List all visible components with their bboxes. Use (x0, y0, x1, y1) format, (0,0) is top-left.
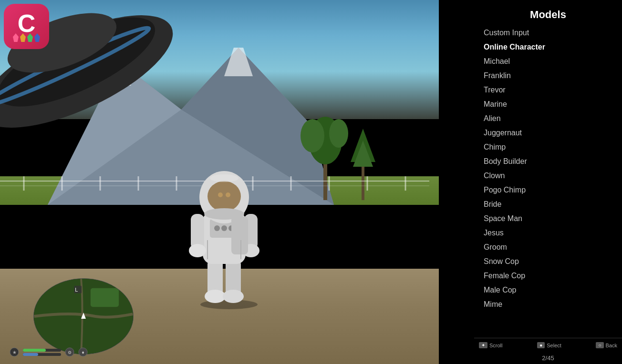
svg-point-45 (226, 192, 230, 197)
back-key: ○ (596, 342, 603, 348)
menu-item-body-builder[interactable]: Body Builder (474, 154, 622, 169)
armor-bar-bg (23, 353, 61, 356)
svg-text:⚙: ⚙ (68, 350, 72, 355)
minimap-inner: L (34, 279, 133, 354)
svg-point-44 (218, 192, 223, 197)
logo: C (4, 4, 49, 49)
health-bar-fill (23, 349, 46, 352)
models-title: Models (474, 0, 622, 26)
menu-item-michael[interactable]: Michael (474, 54, 622, 69)
game-screen: C L (0, 0, 622, 364)
scroll-control: ✦ Scroll (479, 342, 503, 348)
menu-item-space-man[interactable]: Space Man (474, 212, 622, 226)
crystal-1 (13, 33, 19, 42)
menu-item-marine[interactable]: Marine (474, 97, 622, 111)
menu-item-female-cop[interactable]: Female Cop (474, 269, 622, 283)
svg-rect-48 (231, 216, 248, 254)
svg-point-36 (221, 225, 227, 231)
menu-item-alien[interactable]: Alien (474, 111, 622, 126)
menu-item-chimp[interactable]: Chimp (474, 140, 622, 154)
back-control: ○ Back (596, 342, 617, 348)
menu-item-jesus[interactable]: Jesus (474, 226, 622, 240)
logo-letter: C (18, 11, 36, 36)
models-list: Custom InputOnline CharacterMichaelFrank… (474, 26, 622, 338)
back-label: Back (606, 343, 617, 348)
hud-bars (23, 349, 61, 356)
scroll-key: ✦ (479, 342, 487, 348)
armor-bar-fill (23, 353, 38, 356)
select-control: ● Select (537, 342, 561, 348)
minimap: L (33, 278, 134, 354)
menu-item-bride[interactable]: Bride (474, 197, 622, 212)
hud-bottom: ★ ⚙ ♦ (10, 347, 88, 357)
menu-item-pogo-chimp[interactable]: Pogo Chimp (474, 183, 622, 197)
hud-icon-1: ★ (10, 347, 19, 357)
footer-bar: ✦ Scroll ● Select ○ Back (474, 338, 622, 352)
menu-item-male-cop[interactable]: Male Cop (474, 283, 622, 297)
menu-item-groom[interactable]: Groom (474, 240, 622, 254)
select-key: ● (537, 342, 545, 348)
hud-icon-3: ♦ (78, 347, 88, 357)
menu-item-juggernaut[interactable]: Juggernaut (474, 126, 622, 140)
menu-item-mime[interactable]: Mime (474, 297, 622, 312)
crystal-3 (27, 33, 33, 42)
svg-point-46 (210, 174, 238, 182)
svg-point-31 (205, 290, 226, 303)
health-bar-bg (23, 349, 61, 352)
svg-rect-52 (91, 288, 119, 307)
svg-point-35 (214, 225, 220, 231)
select-label: Select (547, 343, 561, 348)
svg-text:L: L (75, 287, 78, 293)
crystal-2 (20, 33, 26, 42)
scroll-label: Scroll (489, 343, 503, 348)
character-astronaut (181, 145, 267, 307)
svg-point-11 (301, 119, 324, 152)
svg-point-12 (329, 119, 348, 148)
svg-point-32 (223, 290, 244, 303)
models-panel: Models Custom InputOnline CharacterMicha… (474, 0, 622, 364)
menu-item-trevor[interactable]: Trevor (474, 83, 622, 97)
menu-item-clown[interactable]: Clown (474, 169, 622, 183)
menu-item-online-character[interactable]: Online Character (474, 40, 622, 54)
menu-item-franklin[interactable]: Franklin (474, 69, 622, 83)
svg-text:★: ★ (12, 350, 17, 355)
crystal-4 (34, 33, 40, 42)
page-number: 2/45 (474, 352, 622, 364)
menu-item-custom-input[interactable]: Custom Input (474, 26, 622, 40)
svg-point-40 (189, 244, 206, 257)
hud-icon-2: ⚙ (65, 347, 74, 357)
menu-item-snow-cop[interactable]: Snow Cop (474, 254, 622, 269)
svg-point-43 (207, 181, 241, 212)
svg-text:♦: ♦ (82, 350, 84, 355)
